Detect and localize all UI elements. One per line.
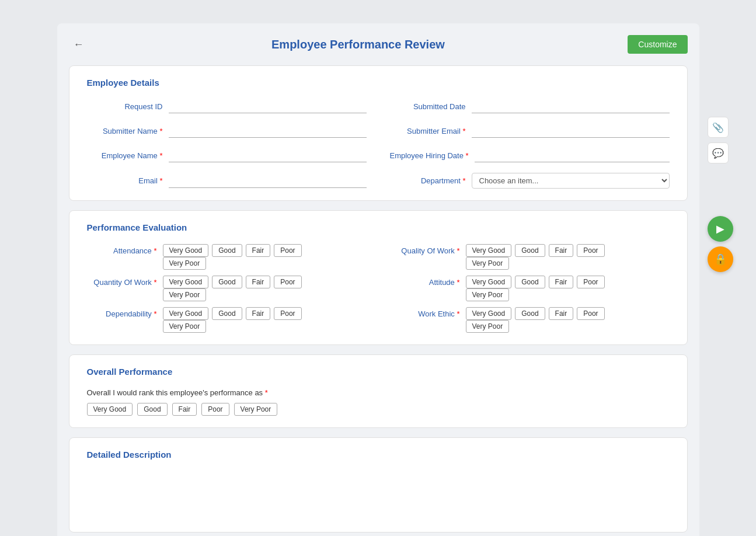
- email-row: Email *: [87, 173, 367, 189]
- attitude-second-row: Very Poor: [466, 288, 670, 301]
- overall-good[interactable]: Good: [137, 403, 167, 416]
- dependability-very-good[interactable]: Very Good: [163, 307, 209, 320]
- quantity-very-good[interactable]: Very Good: [163, 276, 209, 288]
- email-input[interactable]: [169, 174, 367, 188]
- quantity-poor[interactable]: Poor: [274, 276, 301, 288]
- page-title: Employee Performance Review: [89, 38, 628, 51]
- detailed-description-section: Detailed Description: [69, 437, 688, 532]
- attendance-label: Attendance *: [87, 246, 157, 255]
- work-ethic-group: Work Ethic * Very Good Good Fair Poor Ve…: [390, 307, 670, 333]
- overall-performance-title: Overall Performance: [87, 367, 670, 377]
- employee-details-section: Employee Details Request ID Submitted Da…: [69, 65, 688, 201]
- quality-good[interactable]: Good: [515, 244, 545, 257]
- attitude-good[interactable]: Good: [515, 276, 545, 288]
- employee-details-title: Employee Details: [87, 78, 670, 88]
- request-id-row: Request ID: [87, 99, 367, 113]
- detailed-description-title: Detailed Description: [87, 450, 670, 460]
- send-button[interactable]: ▶: [708, 216, 733, 242]
- attendance-very-good[interactable]: Very Good: [163, 244, 209, 257]
- req-star: *: [159, 176, 162, 185]
- work-ethic-good[interactable]: Good: [515, 307, 545, 320]
- attendance-poor[interactable]: Poor: [274, 244, 301, 257]
- dependability-second-row: Very Poor: [163, 320, 367, 333]
- req-star: *: [159, 151, 162, 160]
- employee-details-grid: Request ID Submitted Date Submitter Name…: [87, 99, 670, 189]
- detailed-description-textarea[interactable]: [87, 471, 670, 518]
- quantity-good[interactable]: Good: [212, 276, 242, 288]
- send-icon: ▶: [716, 222, 724, 235]
- submitted-date-row: Submitted Date: [390, 99, 670, 113]
- work-ethic-poor[interactable]: Poor: [577, 307, 604, 320]
- comment-icon: 💬: [712, 148, 724, 159]
- back-button[interactable]: ←: [69, 36, 89, 53]
- overall-fair[interactable]: Fair: [172, 403, 197, 416]
- attendance-second-row: Very Poor: [163, 257, 367, 270]
- overall-options: Very Good Good Fair Poor Very Poor: [87, 403, 670, 416]
- customize-button[interactable]: Customize: [628, 35, 687, 54]
- attitude-poor[interactable]: Poor: [577, 276, 604, 288]
- dependability-poor[interactable]: Poor: [274, 307, 301, 320]
- dependability-label: Dependability *: [87, 309, 157, 318]
- attitude-group: Attitude * Very Good Good Fair Poor Very…: [390, 276, 670, 301]
- attendance-good[interactable]: Good: [212, 244, 242, 257]
- attitude-fair[interactable]: Fair: [549, 276, 574, 288]
- attitude-very-good[interactable]: Very Good: [466, 276, 512, 288]
- attendance-fair[interactable]: Fair: [246, 244, 271, 257]
- work-ethic-label: Work Ethic *: [390, 309, 460, 318]
- quality-of-work-options: Very Good Good Fair Poor: [466, 244, 605, 257]
- quality-of-work-group: Quality Of Work * Very Good Good Fair Po…: [390, 244, 670, 270]
- attitude-very-poor[interactable]: Very Poor: [466, 288, 510, 301]
- performance-evaluation-title: Performance Evaluation: [87, 222, 670, 232]
- employee-name-label: Employee Name *: [87, 151, 163, 160]
- department-label: Department *: [390, 176, 466, 185]
- overall-poor[interactable]: Poor: [201, 403, 229, 416]
- quantity-fair[interactable]: Fair: [246, 276, 271, 288]
- save-button[interactable]: 🔒: [708, 246, 733, 272]
- work-ethic-fair[interactable]: Fair: [549, 307, 574, 320]
- quality-fair[interactable]: Fair: [549, 244, 574, 257]
- req-star: *: [462, 127, 465, 135]
- quality-poor[interactable]: Poor: [577, 244, 604, 257]
- attach-button[interactable]: 📎: [708, 117, 729, 138]
- submitter-name-input[interactable]: [169, 124, 367, 138]
- dependability-fair[interactable]: Fair: [246, 307, 271, 320]
- overall-question: Overall I would rank this employee's per…: [87, 388, 670, 397]
- submitted-date-input[interactable]: [472, 99, 670, 113]
- department-select[interactable]: Choose an item...: [472, 173, 670, 189]
- work-ethic-very-poor[interactable]: Very Poor: [466, 320, 510, 333]
- quality-very-poor[interactable]: Very Poor: [466, 257, 510, 270]
- back-arrow-icon: ←: [74, 39, 84, 50]
- dependability-good[interactable]: Good: [212, 307, 242, 320]
- employee-name-row: Employee Name *: [87, 148, 367, 162]
- req-star: *: [462, 176, 465, 185]
- work-ethic-options: Very Good Good Fair Poor: [466, 307, 605, 320]
- quantity-of-work-label: Quantity Of Work *: [87, 278, 157, 287]
- submitter-name-label: Submitter Name *: [87, 127, 163, 135]
- dependability-options: Very Good Good Fair Poor: [163, 307, 302, 320]
- email-label: Email *: [87, 176, 163, 185]
- work-ethic-very-good[interactable]: Very Good: [466, 307, 512, 320]
- side-tools-panel: 📎 💬: [708, 117, 729, 163]
- employee-name-input[interactable]: [169, 148, 367, 162]
- submitter-email-row: Submitter Email *: [390, 124, 670, 138]
- quantity-of-work-group: Quantity Of Work * Very Good Good Fair P…: [87, 276, 367, 301]
- work-ethic-second-row: Very Poor: [466, 320, 670, 333]
- submitted-date-label: Submitted Date: [390, 102, 466, 111]
- attendance-very-poor[interactable]: Very Poor: [163, 257, 207, 270]
- overall-very-poor[interactable]: Very Poor: [234, 403, 278, 416]
- request-id-input[interactable]: [169, 99, 367, 113]
- department-row: Department * Choose an item...: [390, 173, 670, 189]
- quality-very-good[interactable]: Very Good: [466, 244, 512, 257]
- overall-very-good[interactable]: Very Good: [87, 403, 133, 416]
- submitter-email-label: Submitter Email *: [390, 127, 466, 135]
- fab-group: ▶ 🔒: [708, 216, 733, 272]
- quantity-very-poor[interactable]: Very Poor: [163, 288, 207, 301]
- quality-second-row: Very Poor: [466, 257, 670, 270]
- dependability-very-poor[interactable]: Very Poor: [163, 320, 207, 333]
- submitter-email-input[interactable]: [472, 124, 670, 138]
- quantity-second-row: Very Poor: [163, 288, 367, 301]
- performance-evaluation-section: Performance Evaluation Attendance * Very…: [69, 210, 688, 345]
- submitter-name-row: Submitter Name *: [87, 124, 367, 138]
- comment-button[interactable]: 💬: [708, 142, 729, 163]
- employee-hiring-date-input[interactable]: [475, 148, 670, 162]
